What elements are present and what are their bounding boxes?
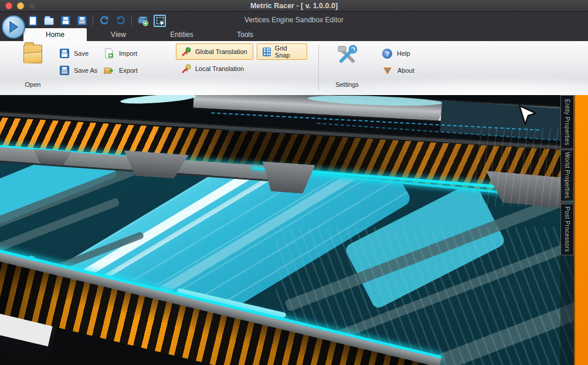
export-button[interactable]: Export — [104, 63, 138, 78]
export-icon — [104, 65, 114, 76]
undo-icon[interactable] — [98, 15, 110, 26]
toolbar-separator — [131, 15, 132, 26]
ribbon-tabs: Home View Entities Tools — [23, 28, 277, 41]
ribbon-home: Open Save Save As Import Export Global T… — [0, 41, 588, 95]
titlebar: Metric Racer - [ v. 1.0.0.0] — [0, 0, 588, 12]
side-tab-post-processors[interactable]: Post Processors — [560, 204, 574, 255]
save-as-floppy-icon — [60, 66, 69, 75]
open-button[interactable]: Open — [15, 41, 50, 93]
help-button[interactable]: ? Help — [382, 46, 410, 61]
save-icon[interactable] — [60, 15, 71, 26]
tab-home[interactable]: Home — [23, 28, 87, 41]
about-logo-icon — [382, 66, 393, 76]
new-document-icon[interactable] — [27, 15, 38, 26]
save-floppy-icon — [60, 49, 69, 58]
save-button[interactable]: Save — [60, 46, 89, 61]
import-icon — [104, 48, 114, 59]
tab-view[interactable]: View — [87, 28, 150, 41]
save-as-button[interactable]: Save As — [60, 63, 97, 78]
settings-icon — [335, 45, 359, 66]
app-window: Metric Racer - [ v. 1.0.0.0] Vertices En… — [0, 0, 588, 365]
side-tab-entity-properties[interactable]: Entity Properties — [560, 95, 574, 149]
side-panel-accent-strip — [574, 95, 588, 365]
add-entity-icon[interactable] — [137, 15, 148, 26]
viewport-3d[interactable]: Entity Properties World Properties Post … — [0, 95, 588, 365]
ribbon-group-separator — [318, 45, 319, 90]
mouse-cursor — [518, 104, 538, 128]
import-button[interactable]: Import — [104, 46, 137, 61]
toolbar-bar: Vertices Engine Sandbox Editor Home Vie — [0, 12, 588, 41]
tab-tools[interactable]: Tools — [213, 28, 277, 41]
grid-snap-icon — [263, 48, 271, 56]
about-button[interactable]: About — [382, 63, 414, 78]
tab-entities[interactable]: Entities — [150, 28, 213, 41]
quick-access-toolbar — [27, 14, 166, 27]
open-folder-icon[interactable] — [43, 15, 55, 26]
local-translation-icon — [182, 64, 191, 73]
toolbar-separator — [93, 15, 93, 26]
select-tool-icon[interactable] — [154, 15, 166, 27]
run-button[interactable] — [2, 15, 25, 39]
side-tab-world-properties[interactable]: World Properties — [560, 150, 574, 201]
global-translation-icon — [182, 47, 191, 56]
open-folder-big-icon — [23, 45, 42, 63]
window-title: Metric Racer - [ v. 1.0.0.0] — [0, 0, 588, 12]
grid-snap-toggle[interactable]: Grid Snap — [257, 43, 307, 60]
global-translation-toggle[interactable]: Global Translation — [176, 43, 253, 60]
play-icon — [8, 21, 19, 33]
redo-icon[interactable] — [115, 15, 126, 26]
save-as-icon[interactable] — [76, 15, 87, 26]
help-icon: ? — [382, 49, 392, 59]
local-translation-toggle[interactable]: Local Translation — [176, 60, 253, 77]
settings-button[interactable]: Settings — [327, 41, 367, 93]
